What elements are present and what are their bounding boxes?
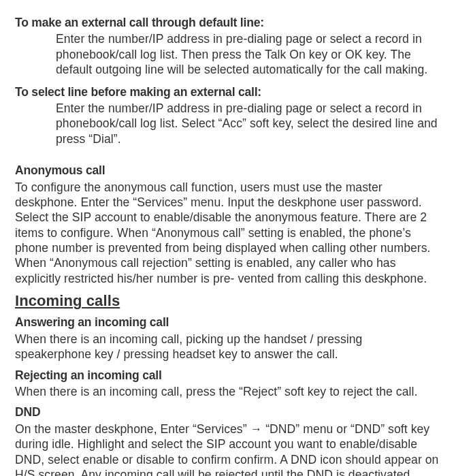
anonymous-call-body: To configure the anonymous call function… bbox=[15, 180, 439, 287]
dnd-title: DND bbox=[15, 404, 439, 419]
external-call-default-body: Enter the number/IP address in pre-diali… bbox=[56, 31, 439, 77]
dnd-body: On the master deskphone, Enter “Services… bbox=[15, 422, 439, 476]
anonymous-call-title: Anonymous call bbox=[15, 163, 439, 178]
manual-page: To make an external call through default… bbox=[0, 0, 454, 476]
rejecting-title: Rejecting an incoming call bbox=[15, 368, 439, 383]
incoming-calls-heading: Incoming calls bbox=[15, 291, 439, 311]
dnd-body-pre: On the master deskphone, Enter “Services… bbox=[15, 422, 250, 436]
external-call-default-title: To make an external call through default… bbox=[15, 15, 439, 30]
external-call-select-line-body: Enter the number/IP address in pre-diali… bbox=[56, 101, 439, 146]
answering-title: Answering an incoming call bbox=[15, 315, 439, 330]
rejecting-body: When there is an incoming call, press th… bbox=[15, 384, 439, 399]
external-call-select-line-title: To select line before making an external… bbox=[15, 84, 439, 99]
answering-body: When there is an incoming call, picking … bbox=[15, 332, 439, 362]
arrow-icon: → bbox=[250, 422, 263, 436]
